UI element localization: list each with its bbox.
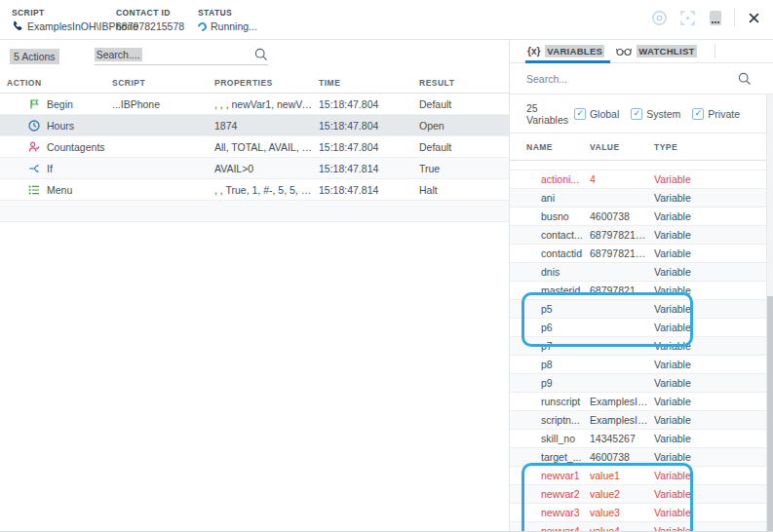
variable-value-cell: 687978215578	[590, 247, 654, 259]
contact-id-value: 687978215578	[116, 20, 198, 32]
variable-row[interactable]: runscriptExamplesInO...Variable	[510, 393, 766, 411]
column-header: NAME	[526, 142, 590, 152]
variable-row[interactable]: newvar1value1Variable	[510, 467, 766, 485]
action-row[interactable]: Hours187415:18:47.804Open	[0, 115, 509, 136]
variable-row[interactable]: newvar3value3Variable	[510, 504, 766, 522]
variable-name-cell: ani	[526, 192, 590, 204]
variable-name-cell: newvar1	[526, 470, 590, 481]
variable-name-cell: busno	[526, 210, 590, 222]
checkbox-checked-icon: ✓	[574, 108, 586, 120]
properties-cell: 1874	[214, 120, 319, 132]
close-icon[interactable]	[744, 8, 763, 27]
time-cell: 15:18:47.804	[319, 98, 419, 110]
variable-type-cell: Variable	[654, 322, 766, 333]
variable-name-cell: newvar3	[526, 507, 590, 518]
variable-type-cell: Variable	[654, 470, 766, 481]
variable-row[interactable]: newvar2value2Variable	[510, 485, 766, 504]
variable-name-cell: newvar4	[526, 525, 590, 532]
variable-type-cell: Variable	[654, 414, 766, 426]
variable-type-cell: Variable	[654, 229, 766, 241]
filter-private-checkbox[interactable]: ✓ Private	[692, 108, 740, 120]
variable-type-cell: Variable	[654, 266, 766, 278]
properties-cell: , , True, 1, #-, 5, 5, MRE...	[214, 184, 319, 196]
variable-row[interactable]: p5Variable	[510, 300, 766, 319]
variable-row[interactable]: contactid687978215578Variable	[510, 245, 766, 263]
action-row[interactable]: Begin...IBPhone, , , newVar1, newVar2, .…	[0, 94, 509, 115]
variable-value-cell: 4600738	[590, 210, 654, 222]
filter-private-label: Private	[708, 108, 740, 120]
scrollbar-track[interactable]	[766, 95, 773, 531]
variables-table-header: NAME VALUE TYPE	[510, 133, 766, 161]
variable-row[interactable]: aniVariable	[510, 189, 766, 208]
result-cell: Halt	[419, 184, 509, 196]
variable-row[interactable]: p6Variable	[510, 319, 766, 337]
list-icon	[28, 184, 40, 196]
variable-type-cell: Variable	[654, 303, 766, 315]
variables-search-input[interactable]: Search...	[510, 63, 773, 95]
empty-row	[0, 201, 509, 222]
phone-icon	[12, 20, 23, 32]
action-trace-panel: 5 Actions Search.... ACTION SCRIPT PROPE…	[0, 40, 509, 531]
variable-value-cell: value2	[590, 488, 654, 500]
action-name-cell: Menu	[7, 184, 112, 196]
variable-row[interactable]: busno4600738Variable	[510, 208, 766, 226]
toolbar-divider	[734, 8, 735, 27]
variable-type-cell: Variable	[654, 525, 766, 532]
branch-icon	[28, 163, 40, 174]
variable-row[interactable]: p8Variable	[510, 356, 766, 374]
variable-type-cell: Variable	[654, 433, 766, 444]
variable-row[interactable]: masterid687978215578Variable	[510, 282, 766, 300]
action-row[interactable]: CountagentsAll, TOTAL, AVAIL, UNA...15:1…	[0, 136, 509, 158]
variable-value-cell: ExamplesInO...	[590, 414, 654, 426]
variable-type-cell: Variable	[654, 247, 766, 259]
variable-type-cell: Variable	[654, 210, 766, 222]
variable-name-cell: runscript	[526, 396, 590, 407]
result-cell: True	[419, 163, 509, 174]
variable-name-cell: scriptn...	[526, 414, 590, 426]
variable-row[interactable]: scriptn...ExamplesInO...Variable	[510, 411, 766, 430]
variable-type-cell: Variable	[654, 173, 766, 185]
status-field: STATUS Running...	[198, 0, 257, 32]
dock-panel-icon[interactable]	[706, 8, 725, 27]
variable-name-cell: contactid	[526, 247, 590, 259]
result-cell: Open	[419, 120, 509, 132]
variable-value-cell: 687978215578	[590, 229, 654, 241]
filter-system-checkbox[interactable]: ✓ System	[631, 108, 680, 120]
variable-row[interactable]: target_...4600738Variable	[510, 448, 766, 467]
action-row[interactable]: Menu, , True, 1, #-, 5, 5, MRE...15:18:4…	[0, 179, 509, 201]
variable-row[interactable]: contact...687978215578Variable	[510, 226, 766, 245]
scrollbar-thumb[interactable]	[767, 296, 773, 531]
tab-watchlist[interactable]: WATCHLIST	[614, 40, 706, 62]
variable-type-cell: Variable	[654, 192, 766, 204]
contact-id-field: CONTACT ID 687978215578	[116, 0, 198, 32]
trace-search-text: Search....	[95, 48, 142, 61]
action-row[interactable]: IfAVAIL>015:18:47.814True	[0, 158, 509, 179]
variable-row[interactable]: newvar4value4Variable	[510, 522, 766, 532]
result-cell: Default	[419, 98, 509, 110]
record-icon[interactable]	[649, 8, 669, 27]
variable-name-cell: actioni...	[526, 173, 590, 185]
filter-global-checkbox[interactable]: ✓ Global	[574, 108, 619, 120]
column-header: SCRIPT	[112, 78, 214, 88]
tab-watchlist-label: WATCHLIST	[637, 45, 696, 57]
agents-icon	[28, 141, 40, 153]
checkbox-checked-icon: ✓	[631, 108, 642, 120]
tab-variables[interactable]: {x} VARIABLES	[525, 40, 614, 62]
variable-type-cell: Variable	[654, 451, 766, 463]
action-name-cell: Begin	[7, 98, 112, 110]
variable-value-cell: 14345267	[590, 433, 654, 444]
variables-search-text: Search...	[526, 73, 567, 85]
variable-value-cell: value4	[590, 525, 654, 532]
actions-table-header: ACTION SCRIPT PROPERTIES TIME RESULT	[0, 73, 509, 94]
variable-row[interactable]: dnisVariable	[510, 263, 766, 282]
variable-row[interactable]: skill_no14345267Variable	[510, 430, 766, 448]
variables-x-icon: {x}	[527, 46, 540, 57]
expand-icon[interactable]	[677, 8, 697, 27]
contact-id-label: CONTACT ID	[116, 8, 198, 18]
action-name-cell: If	[7, 163, 112, 174]
variable-row[interactable]: p9Variable	[510, 374, 766, 393]
running-spinner-icon	[196, 20, 209, 33]
variable-row[interactable]: actioni...4Variable	[510, 171, 766, 189]
variable-row[interactable]: p7Variable	[510, 337, 766, 356]
trace-search-input[interactable]: Search....	[95, 48, 268, 65]
